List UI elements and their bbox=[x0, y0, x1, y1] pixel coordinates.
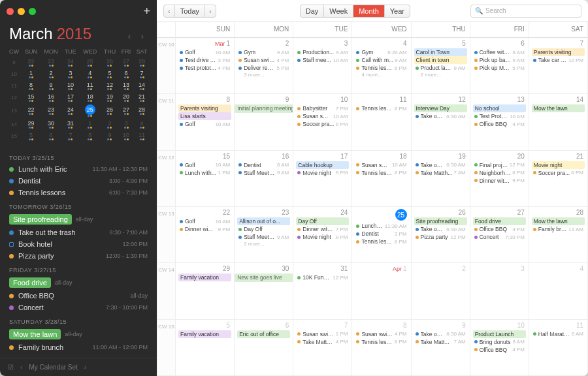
day-cell[interactable]: 3 bbox=[470, 263, 529, 319]
agenda-item[interactable]: Dentist3:00 - 4:00 PM bbox=[0, 175, 157, 187]
event-allday[interactable]: Client in town bbox=[414, 56, 467, 64]
agenda-item[interactable]: Pizza party12:00 - 1:30 PM bbox=[0, 250, 157, 262]
event-item[interactable]: Take out...6:30 AM bbox=[414, 330, 467, 338]
event-item[interactable]: Soccer pra...6 PM bbox=[296, 120, 349, 128]
mini-calendar[interactable]: CWSUNMONTUEWEDTHUFRISAT92223242526272810… bbox=[0, 47, 157, 147]
day-cell[interactable]: 2 bbox=[412, 263, 470, 319]
agenda-item[interactable]: Family brunch11:00 AM - 12:00 PM bbox=[0, 341, 157, 353]
calendar-set-label[interactable]: My Calendar Set bbox=[29, 364, 77, 371]
more-link[interactable]: 2 more... bbox=[237, 241, 290, 247]
event-item[interactable]: Susan swim...10 AM bbox=[355, 161, 408, 169]
event-allday[interactable]: Movie night bbox=[532, 161, 585, 169]
event-item[interactable]: Tennis less...6 PM bbox=[355, 238, 408, 245]
search-input[interactable]: 🔍 Search bbox=[470, 5, 581, 18]
view-tab-day[interactable]: Day bbox=[301, 5, 325, 18]
event-item[interactable]: Take Matth...7 AM bbox=[414, 169, 467, 177]
view-tab-year[interactable]: Year bbox=[385, 5, 410, 18]
event-item[interactable]: Office BBQ4 PM bbox=[473, 120, 526, 128]
event-item[interactable]: Pick up Mat...5 PM bbox=[473, 64, 526, 72]
day-cell[interactable]: 25Lunch wi...11:30 AMDentist3 PMTennis l… bbox=[352, 207, 411, 263]
event-item[interactable]: 10K Fundr...12 PM bbox=[296, 274, 349, 281]
day-cell[interactable]: 29Family vacation bbox=[176, 263, 235, 319]
event-allday[interactable]: Family vacation bbox=[178, 274, 231, 281]
event-item[interactable]: Half Marathon8 AM bbox=[532, 330, 585, 338]
event-item[interactable]: Dinner with...9 PM bbox=[473, 177, 526, 185]
day-cell[interactable]: 12Interview DayTake out...6:30 AM bbox=[412, 94, 470, 150]
day-cell[interactable]: 8Parents visitingLisa startsGolf10 AM bbox=[176, 94, 235, 150]
day-cell[interactable]: 9Take out...6:30 AMTake Matt...7 AM bbox=[412, 320, 470, 376]
day-cell[interactable]: 28Mow the lawnFamily brun...11 AM bbox=[529, 207, 588, 263]
agenda-item[interactable]: Food driveall-day bbox=[0, 275, 157, 290]
event-item[interactable]: Babysitter7 PM bbox=[296, 104, 349, 112]
event-item[interactable]: Susan swim...4 PM bbox=[237, 56, 290, 64]
day-cell[interactable]: 11Half Marathon8 AM bbox=[529, 320, 588, 376]
event-item[interactable]: Movie night9 PM bbox=[296, 169, 349, 177]
event-item[interactable]: Staff mee...10 AM bbox=[296, 56, 349, 64]
event-item[interactable]: Production...9 AM bbox=[296, 48, 349, 56]
agenda-item[interactable]: Tennis lessons6:00 - 7:30 PM bbox=[0, 187, 157, 198]
event-item[interactable]: Susan swim...1 PM bbox=[296, 330, 349, 338]
event-item[interactable]: Golf10 AM bbox=[178, 120, 231, 128]
event-item[interactable]: Susan swim...4 PM bbox=[355, 330, 408, 338]
event-allday[interactable]: Site proofreading bbox=[414, 217, 467, 225]
event-span[interactable]: New site goes live bbox=[235, 274, 293, 282]
event-item[interactable]: Deliver reports5 PM bbox=[237, 64, 290, 72]
checkbox-icon[interactable]: ☑ bbox=[8, 364, 14, 371]
event-item[interactable]: Office BBQ4 PM bbox=[473, 225, 526, 233]
today-button[interactable]: Today bbox=[175, 5, 205, 18]
agenda-item[interactable]: Mow the lawnall-day bbox=[0, 327, 157, 341]
event-item[interactable]: Tennis less...6 PM bbox=[355, 338, 408, 346]
day-cell[interactable]: 2Gym9 AMSusan swim...4 PMDeliver reports… bbox=[235, 38, 293, 94]
day-cell[interactable]: 16Dentist8 AMStaff Meeting9 AM bbox=[235, 151, 293, 207]
event-item[interactable]: Take out...6:30 AM bbox=[414, 225, 467, 233]
event-item[interactable]: Golf10 AM bbox=[178, 161, 231, 169]
event-allday[interactable]: Product Launch bbox=[473, 330, 526, 338]
event-item[interactable]: Test Protot...10 AM bbox=[473, 112, 526, 120]
more-link[interactable]: 2 more... bbox=[414, 72, 467, 78]
prev-button[interactable]: ‹ bbox=[164, 5, 175, 18]
day-cell[interactable]: 26Site proofreadingTake out...6:30 AMPiz… bbox=[412, 207, 470, 263]
event-item[interactable]: Bring donuts8 AM bbox=[473, 338, 526, 346]
day-cell[interactable]: 17Cable hookupMovie night9 PM bbox=[293, 151, 352, 207]
event-item[interactable]: Gym6:20 AM bbox=[355, 48, 408, 56]
event-allday[interactable]: Lisa starts bbox=[178, 112, 231, 120]
day-cell[interactable]: 4 bbox=[529, 263, 588, 319]
day-cell[interactable]: 10Babysitter7 PMSusan swi...10 AMSoccer … bbox=[293, 94, 352, 150]
event-item[interactable]: Family brun...11 AM bbox=[532, 225, 585, 233]
day-cell[interactable]: 6Eric out of office bbox=[235, 320, 293, 376]
event-item[interactable]: Final projec...12 PM bbox=[473, 161, 526, 169]
event-item[interactable]: Susan swi...10 AM bbox=[296, 112, 349, 120]
day-cell[interactable]: 11Tennis lessons6 PM bbox=[352, 94, 411, 150]
event-item[interactable]: Staff Meeting9 AM bbox=[237, 233, 290, 241]
event-item[interactable]: Concert7:30 PM bbox=[473, 233, 526, 241]
event-item[interactable]: Pizza party12 PM bbox=[414, 233, 467, 241]
view-tab-month[interactable]: Month bbox=[353, 5, 385, 18]
event-allday[interactable]: Allison out of o... bbox=[237, 217, 290, 225]
event-allday[interactable]: Family vacation bbox=[178, 330, 231, 338]
day-cell[interactable]: 9Yard waste coll...Initial planning meet… bbox=[235, 94, 293, 150]
agenda-item[interactable]: Lunch with Eric11:30 AM - 12:30 PM bbox=[0, 163, 157, 175]
event-item[interactable]: Tennis less...6 PM bbox=[355, 64, 408, 72]
close-icon[interactable] bbox=[7, 8, 14, 15]
day-cell[interactable]: 6Coffee with...8 AMPick up bagels9 AMPic… bbox=[470, 38, 529, 94]
day-cell[interactable]: 14Mow the lawn bbox=[529, 94, 588, 150]
event-item[interactable]: Pick up bagels9 AM bbox=[473, 56, 526, 64]
event-item[interactable]: Dentist3 PM bbox=[355, 230, 408, 238]
event-allday[interactable]: Food drive bbox=[473, 217, 526, 225]
day-cell[interactable]: 4Gym6:20 AMCall with m...9 AMTennis less… bbox=[352, 38, 411, 94]
event-allday[interactable]: Parents visiting bbox=[532, 48, 585, 56]
event-span[interactable]: Initial planning meeting bbox=[235, 104, 293, 113]
day-cell[interactable]: 10Product LaunchBring donuts8 AMOffice B… bbox=[470, 320, 529, 376]
event-item[interactable]: Day Off bbox=[237, 225, 290, 233]
event-item[interactable]: Neighborho...6 PM bbox=[473, 169, 526, 177]
day-cell[interactable]: 7Parents visitingTake car in...12 PM bbox=[529, 38, 588, 94]
event-item[interactable]: Dentist8 AM bbox=[237, 161, 290, 169]
month-nav[interactable]: ‹ › bbox=[128, 31, 148, 41]
event-item[interactable]: Test drive T...3 PM bbox=[178, 56, 231, 64]
chevron-left-icon[interactable]: ‹ bbox=[20, 364, 22, 371]
event-allday[interactable]: Parents visiting bbox=[178, 104, 231, 112]
event-allday[interactable]: Cable hookup bbox=[296, 161, 349, 169]
day-cell[interactable]: 5Family vacation bbox=[176, 320, 235, 376]
event-allday[interactable]: No school bbox=[473, 104, 526, 112]
event-item[interactable]: Test prototype4 PM bbox=[178, 64, 231, 72]
